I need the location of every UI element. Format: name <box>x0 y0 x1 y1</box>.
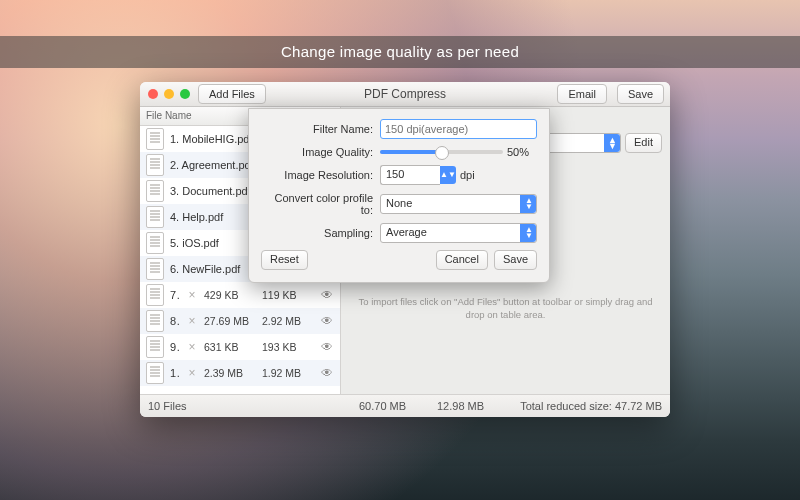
page-thumb-icon <box>146 362 164 384</box>
table-row[interactable]: 7. test invoce.pdf×429 KB119 KB👁 <box>140 282 340 308</box>
color-profile-label: Convert color profile to: <box>261 192 380 216</box>
comp-size: 2.92 MB <box>262 315 314 327</box>
sheet-save-button[interactable]: Save <box>494 250 537 270</box>
filter-name-label: Filter Name: <box>261 123 380 135</box>
cancel-button[interactable]: Cancel <box>436 250 488 270</box>
file-name: 8. 123-001.pdf <box>170 315 180 327</box>
page-thumb-icon <box>146 284 164 306</box>
chevron-down-icon: ▲▼ <box>525 227 533 239</box>
table-row[interactable]: 10. Untitled.pdf×2.39 MB1.92 MB👁 <box>140 360 340 386</box>
preview-icon[interactable]: 👁 <box>320 314 334 328</box>
edit-button[interactable]: Edit <box>625 133 662 153</box>
save-button[interactable]: Save <box>617 84 664 104</box>
file-count: 10 Files <box>140 400 351 412</box>
import-hint: To import files click on "Add Files" but… <box>349 295 662 321</box>
table-row[interactable]: 9. test.pdf×631 KB193 KB👁 <box>140 334 340 360</box>
file-name: 10. Untitled.pdf <box>170 367 180 379</box>
promo-banner: Change image quality as per need <box>0 36 800 68</box>
image-quality-value: 50% <box>507 146 537 158</box>
comp-size: 193 KB <box>262 341 314 353</box>
remove-icon[interactable]: × <box>186 340 198 354</box>
chevron-down-icon: ▲▼ <box>525 198 533 210</box>
remove-icon[interactable]: × <box>186 288 198 302</box>
total-reduced: Total reduced size: 47.72 MB <box>512 400 670 412</box>
file-name: 9. test.pdf <box>170 341 180 353</box>
image-quality-slider[interactable] <box>380 150 503 154</box>
image-resolution-stepper[interactable]: 150 ▲▼ <box>380 165 456 185</box>
page-thumb-icon <box>146 128 164 150</box>
sampling-select[interactable]: Average ▲▼ <box>380 223 537 243</box>
preview-icon[interactable]: 👁 <box>320 340 334 354</box>
page-thumb-icon <box>146 206 164 228</box>
page-thumb-icon <box>146 154 164 176</box>
total-compressed: 12.98 MB <box>429 400 507 412</box>
reset-button[interactable]: Reset <box>261 250 308 270</box>
orig-size: 2.39 MB <box>204 367 256 379</box>
orig-size: 631 KB <box>204 341 256 353</box>
preview-icon[interactable]: 👁 <box>320 366 334 380</box>
sampling-label: Sampling: <box>261 227 380 239</box>
image-resolution-label: Image Resolution: <box>261 169 380 181</box>
titlebar: Add Files PDF Compress Email Save <box>140 82 670 107</box>
dpi-unit: dpi <box>460 169 475 181</box>
status-bar: 10 Files 60.70 MB 12.98 MB Total reduced… <box>140 394 670 417</box>
stepper-icon[interactable]: ▲▼ <box>440 166 456 184</box>
page-thumb-icon <box>146 232 164 254</box>
page-thumb-icon <box>146 336 164 358</box>
color-profile-select[interactable]: None ▲▼ <box>380 194 537 214</box>
chevron-down-icon: ▲▼ <box>608 137 617 149</box>
total-original: 60.70 MB <box>351 400 429 412</box>
comp-size: 1.92 MB <box>262 367 314 379</box>
image-quality-label: Image Quality: <box>261 146 380 158</box>
filter-settings-sheet: Filter Name: Image Quality: 50% Image Re… <box>248 108 550 283</box>
orig-size: 27.69 MB <box>204 315 256 327</box>
file-name: 7. test invoce.pdf <box>170 289 180 301</box>
filter-name-input[interactable] <box>380 119 537 139</box>
page-thumb-icon <box>146 180 164 202</box>
preview-icon[interactable]: 👁 <box>320 288 334 302</box>
orig-size: 429 KB <box>204 289 256 301</box>
remove-icon[interactable]: × <box>186 314 198 328</box>
page-thumb-icon <box>146 258 164 280</box>
page-thumb-icon <box>146 310 164 332</box>
email-button[interactable]: Email <box>557 84 607 104</box>
table-row[interactable]: 8. 123-001.pdf×27.69 MB2.92 MB👁 <box>140 308 340 334</box>
remove-icon[interactable]: × <box>186 366 198 380</box>
comp-size: 119 KB <box>262 289 314 301</box>
